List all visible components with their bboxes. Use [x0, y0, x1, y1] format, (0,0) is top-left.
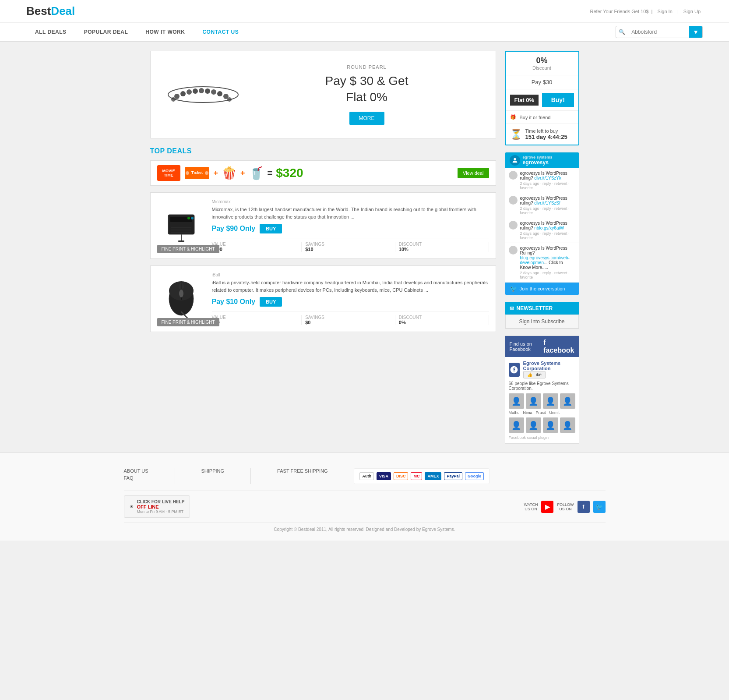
- buy-button-2[interactable]: BUY: [260, 297, 282, 307]
- twitter-social-icon[interactable]: 🐦: [593, 501, 606, 513]
- tweet-avatar-1: [509, 171, 518, 180]
- detail-discount-1: DISCOUNT 10%: [395, 242, 489, 252]
- svg-point-7: [211, 89, 216, 95]
- hero-subtitle: ROUND PEARL: [247, 64, 487, 70]
- ticket-icon: Ticket: [184, 165, 210, 181]
- newsletter-title: NEWSLETTER: [517, 305, 553, 311]
- fb-avatar-8: 👤: [560, 417, 575, 433]
- twitter-header: egrove systems egrovesys: [505, 152, 579, 168]
- refer-text: Refer Your Friends Get 10$: [590, 9, 649, 14]
- google-logo: Google: [465, 472, 484, 480]
- search-input[interactable]: [628, 27, 689, 37]
- detail-value-1: VALUE $100: [212, 242, 302, 252]
- tweet-3: egrovesys Is WordPress ruling? nblo.gs/x…: [505, 218, 579, 243]
- search-box: 🔍 ▼: [616, 26, 703, 38]
- facebook-header: Find us on Facebook f facebook: [505, 336, 579, 357]
- facebook-social-icon[interactable]: f: [578, 501, 590, 513]
- search-icon: 🔍: [616, 27, 628, 37]
- search-dropdown-icon[interactable]: ▼: [689, 26, 702, 38]
- fb-avatar-3: 👤: [543, 393, 558, 409]
- twitter-footer[interactable]: 🐦 Join the conversation: [505, 283, 579, 295]
- nav-popular-deal[interactable]: POPULAR DEAL: [75, 23, 137, 41]
- sign-in-link[interactable]: Sign In: [658, 9, 673, 14]
- svg-point-4: [193, 88, 198, 94]
- time-info: Time left to buy 151 day 4:44:25: [525, 128, 567, 140]
- fine-print-button-1[interactable]: FINE PRINT & HIGHLIGHT: [157, 245, 219, 253]
- amex-logo: AMEX: [425, 472, 441, 480]
- facebook-icon: f facebook: [543, 339, 574, 354]
- fine-print-button-2[interactable]: FINE PRINT & HIGHLIGHT: [157, 318, 219, 326]
- hero-text: ROUND PEARL Pay $ 30 & GetFlat 0% MORE: [247, 64, 487, 125]
- product-desc-1: Micromax, is the 12th largest handset ma…: [212, 206, 489, 220]
- movie-deal-card: MOVIE TIME Ticket + 🍿 + 🥤 = $320 View de…: [150, 160, 496, 186]
- sidebar-buy-button[interactable]: Buy!: [542, 93, 574, 107]
- buy-button-1[interactable]: BUY: [260, 224, 282, 233]
- plus-icon-2: +: [240, 169, 245, 178]
- product-card-1: Micromax Micromax, is the 12th largest h…: [150, 192, 496, 259]
- gift-icon: 🎁: [510, 114, 516, 120]
- tweet-content-1: egrovesys Is WordPress ruling? dlvr.it/1…: [520, 171, 575, 190]
- nav-how-it-work[interactable]: HOW IT WORK: [137, 23, 194, 41]
- youtube-icon[interactable]: ▶: [541, 501, 553, 513]
- discount-label: Discount: [510, 65, 574, 71]
- friend-label: Buy it or friend: [520, 115, 551, 120]
- header: BestDeal Refer Your Friends Get 10$ | Si…: [0, 0, 729, 23]
- fb-avatars: 👤 👤 👤 👤: [509, 393, 575, 409]
- discount-pct: 0%: [510, 56, 574, 65]
- view-deal-button[interactable]: View deal: [458, 168, 489, 178]
- fb-page-name: Egrove Systems Corporation 👍 Like: [523, 361, 575, 378]
- nav-all-deals[interactable]: ALL DEALS: [26, 23, 75, 41]
- tweet-avatar-3: [509, 221, 518, 230]
- twitter-box: egrove systems egrovesys egrovesys Is Wo…: [505, 152, 579, 295]
- content-area: ROUND PEARL Pay $ 30 & GetFlat 0% MORE T…: [150, 51, 496, 444]
- top-deals-title: TOP DEALS: [150, 147, 496, 155]
- time-row: ⏳ Time left to buy 151 day 4:44:25: [506, 124, 578, 145]
- product-price-1: Pay $90 Only: [212, 225, 256, 233]
- shipping-link[interactable]: SHIPPING: [201, 468, 225, 474]
- product-image-2: [157, 272, 205, 325]
- fb-like-button[interactable]: 👍 Like: [523, 371, 546, 378]
- subscribe-button[interactable]: Sign Into Subscribe: [505, 315, 579, 329]
- svg-point-18: [191, 217, 194, 219]
- nav-contact-us[interactable]: CONTACT US: [194, 23, 247, 41]
- fb-avatar-7: 👤: [543, 417, 558, 433]
- logo-best: Best: [26, 4, 51, 18]
- twitter-username: egrove systems egrovesys: [523, 155, 553, 166]
- svg-point-5: [199, 88, 204, 93]
- product-brand-1: Micromax: [212, 199, 489, 204]
- footer-bottom: ☀ CLICK FOR LIVE HELP OFF LINE Mon to Fr…: [124, 491, 606, 518]
- social-row: WATCHUS ON ▶ FOLLOWUS ON f 🐦: [524, 501, 605, 513]
- live-help[interactable]: ☀ CLICK FOR LIVE HELP OFF LINE Mon to Fr…: [124, 495, 190, 518]
- time-value: 151 day 4:44:25: [525, 134, 567, 140]
- faq-link[interactable]: FAQ: [124, 475, 148, 481]
- product-details-2: VALUE $10 SAVINGS $0 DISCOUNT 0%: [212, 311, 489, 325]
- main-content: ROUND PEARL Pay $ 30 & GetFlat 0% MORE T…: [124, 42, 606, 453]
- payment-logos: Auth VISA DISC MC AMEX PayPal Google: [354, 468, 490, 484]
- footer-col-3: FAST FREE SHIPPING: [277, 468, 328, 475]
- detail-savings-2: SAVINGS $0: [302, 315, 395, 325]
- about-us-link[interactable]: ABOUT US: [124, 468, 148, 474]
- plus-icon-1: +: [214, 169, 218, 178]
- header-links: Refer Your Friends Get 10$ | Sign In | S…: [590, 9, 703, 14]
- pay-label: Pay $30: [509, 79, 575, 85]
- fb-content: Egrove Systems Corporation 👍 Like 66 peo…: [505, 357, 579, 443]
- fb-count: 66 people like Egrove Systems Corporatio…: [509, 381, 575, 391]
- footer: ABOUT US FAQ SHIPPING FAST FREE SHIPPING…: [0, 453, 729, 541]
- fast-shipping-link[interactable]: FAST FREE SHIPPING: [277, 468, 328, 474]
- hero-more-button[interactable]: MORE: [349, 112, 384, 125]
- live-help-icon: ☀: [130, 504, 134, 509]
- offline-badge: OFF LINE: [137, 504, 185, 509]
- hero-title: Pay $ 30 & GetFlat 0%: [247, 73, 487, 105]
- product-brand-2: iBall: [212, 272, 489, 277]
- sign-up-link[interactable]: Sign Up: [683, 9, 701, 14]
- footer-divider-1: [175, 468, 175, 484]
- buy-area-2: Pay $10 Only BUY: [212, 297, 489, 307]
- svg-point-14: [186, 171, 189, 175]
- facebook-box: Find us on Facebook f facebook Egrove Sy…: [505, 336, 579, 444]
- fb-avatars-2: 👤 👤 👤 👤: [509, 417, 575, 433]
- product-details-1: VALUE $100 SAVINGS $10 DISCOUNT 10%: [212, 238, 489, 252]
- discount-box: 0% Discount: [506, 52, 578, 75]
- pay-box: Pay $30: [506, 75, 578, 89]
- svg-rect-24: [178, 240, 184, 242]
- popcorn-icon: 🍿: [222, 166, 237, 180]
